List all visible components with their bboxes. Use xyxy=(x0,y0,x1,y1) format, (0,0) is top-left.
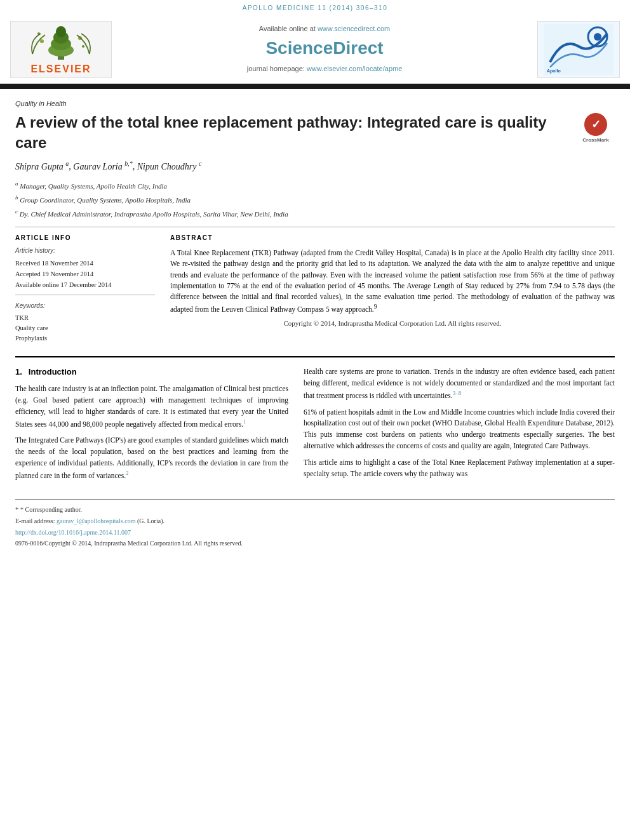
keywords-section: Keywords: TKR Quality care Prophylaxis xyxy=(15,302,155,343)
svg-point-4 xyxy=(56,26,66,37)
logo-section: ELSEVIER Available online at www.science… xyxy=(0,16,630,84)
section-1-number: 1. xyxy=(15,366,22,378)
article-meta-row: ARTICLE INFO Article history: Received 1… xyxy=(15,234,615,344)
section-1-heading: 1. Introduction xyxy=(15,366,288,378)
affiliations: a Manager, Quality Systems, Apollo Healt… xyxy=(15,179,615,220)
divider-1 xyxy=(15,227,615,227)
journal-homepage: journal homepage: www.elsevier.com/locat… xyxy=(124,64,525,74)
body-para-2: The Integrated Care Pathways (ICP's) are… xyxy=(15,435,288,481)
received-date: Received 18 November 2014 xyxy=(15,258,155,268)
crossmark-label: CrossMark xyxy=(582,137,608,143)
article-info-section: ARTICLE INFO Article history: Received 1… xyxy=(15,234,155,344)
two-col-layout: 1. Introduction The health care industry… xyxy=(15,366,615,486)
section-label: Quality in Health xyxy=(15,99,615,109)
abstract-section: ABSTRACT A Total Knee Replacement (TKR) … xyxy=(170,234,615,344)
col-left: 1. Introduction The health care industry… xyxy=(15,366,288,486)
article-content: Quality in Health A review of the total … xyxy=(0,89,630,561)
body-section: 1. Introduction The health care industry… xyxy=(15,356,615,486)
right-para-2: 61% of patient hospitals admit in the Lo… xyxy=(304,407,615,452)
svg-point-11 xyxy=(594,33,601,41)
keywords-label: Keywords: xyxy=(15,302,155,311)
info-divider xyxy=(15,295,155,295)
body-para-1: The health care industry is at an inflec… xyxy=(15,383,288,430)
history-label: Article history: xyxy=(15,246,155,256)
abstract-heading: ABSTRACT xyxy=(170,234,615,243)
center-header: Available online at www.sciencedirect.co… xyxy=(112,24,537,74)
right-para-3: This article aims to highlight a case of… xyxy=(304,457,615,480)
sciencedirect-title: ScienceDirect xyxy=(124,36,525,62)
ref-3-8: 3–8 xyxy=(453,390,462,396)
apollo-logo: Apollo Medicine xyxy=(537,21,620,78)
svg-text:Apollo: Apollo xyxy=(547,69,561,74)
doi-link[interactable]: http://dx.doi.org/10.1016/j.apme.2014.11… xyxy=(15,529,131,536)
article-title: A review of the total knee replacement p… xyxy=(15,112,615,152)
dark-bar xyxy=(0,84,630,89)
ref-1: 1 xyxy=(243,418,246,425)
copyright-footnote: 0976-0016/Copyright © 2014, Indraprastha… xyxy=(15,539,615,549)
right-para-1: Health care systems are prone to variati… xyxy=(304,366,615,401)
email-link[interactable]: gaurav_l@apollohospitals.com xyxy=(57,517,135,524)
sciencedirect-link[interactable]: www.sciencedirect.com xyxy=(318,25,390,32)
corresponding-author: * * Corresponding author. xyxy=(15,505,615,515)
abstract-copyright: Copyright © 2014, Indraprastha Medical C… xyxy=(170,319,615,329)
journal-header: APOLLO MEDICINE 11 (2014) 306–310 xyxy=(0,0,630,16)
doi-footnote: http://dx.doi.org/10.1016/j.apme.2014.11… xyxy=(15,528,615,538)
authors: Shipra Gupta a, Gaurav Loria b,*, Nipun … xyxy=(15,160,615,174)
section-1-title: Introduction xyxy=(29,366,77,378)
accepted-date: Accepted 19 November 2014 xyxy=(15,269,155,279)
svg-rect-9 xyxy=(544,24,613,75)
svg-point-8 xyxy=(82,45,84,48)
email-footnote: E-mail address: gaurav_l@apollohospitals… xyxy=(15,517,615,526)
keyword-3: Prophylaxis xyxy=(15,333,155,343)
footnote-area: * * Corresponding author. E-mail address… xyxy=(15,499,615,548)
crossmark-icon: ✓ xyxy=(584,113,607,136)
crossmark-badge: ✓ CrossMark xyxy=(577,112,615,144)
keyword-2: Quality care xyxy=(15,323,155,333)
svg-point-5 xyxy=(40,39,44,43)
article-info-heading: ARTICLE INFO xyxy=(15,234,155,243)
abstract-text: A Total Knee Replacement (TKR) Pathway (… xyxy=(170,248,615,315)
abstract-superscript: 9 xyxy=(374,303,377,310)
elsevier-logo: ELSEVIER xyxy=(10,21,112,78)
ref-2: 2 xyxy=(126,470,129,476)
journal-homepage-link[interactable]: www.elsevier.com/locate/apme xyxy=(307,65,402,72)
keyword-1: TKR xyxy=(15,313,155,323)
available-date: Available online 17 December 2014 xyxy=(15,280,155,290)
col-right: Health care systems are prone to variati… xyxy=(304,366,615,486)
available-online-text: Available online at www.sciencedirect.co… xyxy=(124,24,525,34)
